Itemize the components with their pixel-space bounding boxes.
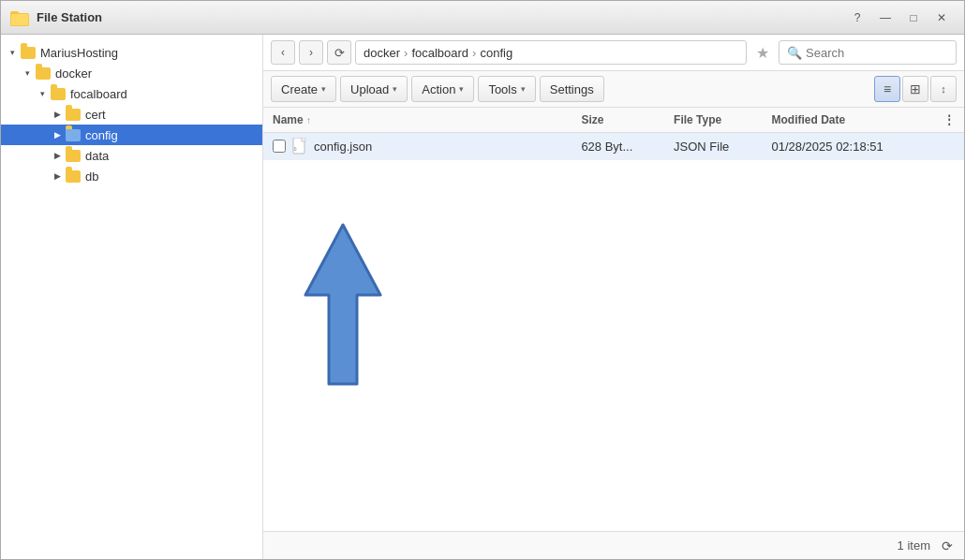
sidebar-label-data: data	[85, 149, 109, 163]
create-button[interactable]: Create ▾	[271, 76, 336, 102]
file-type-cell: JSON File	[664, 133, 762, 160]
favorite-button[interactable]: ★	[750, 40, 775, 65]
app-icon	[10, 8, 29, 27]
col-header-file-type: File Type	[664, 108, 762, 133]
file-size-cell: 628 Byt...	[572, 133, 664, 160]
statusbar-refresh-button[interactable]: ⟳	[938, 537, 957, 555]
titlebar: File Station ? — □ ✕	[1, 1, 964, 35]
svg-rect-5	[302, 138, 305, 141]
folder-icon-db	[65, 169, 82, 184]
action-caret: ▾	[459, 84, 464, 94]
sidebar-label-db: db	[85, 169, 98, 184]
tree-toggle-mariushosting: ▾	[5, 45, 20, 60]
refresh-nav-button[interactable]: ⟳	[327, 40, 351, 65]
sidebar-item-db[interactable]: ▶ db	[1, 166, 262, 186]
sidebar-item-mariushosting[interactable]: ▾ MariusHosting	[1, 42, 262, 63]
file-list: Name ↑ Size File Type Modified Date ⋮	[263, 108, 964, 531]
sidebar-label-cert: cert	[85, 108, 106, 122]
tree-toggle-cert: ▶	[50, 107, 65, 122]
col-header-name: Name ↑	[263, 108, 572, 133]
sidebar-item-cert[interactable]: ▶ cert	[1, 104, 262, 125]
help-button[interactable]: ?	[844, 7, 870, 28]
file-actions-cell	[934, 133, 964, 160]
col-header-actions: ⋮	[934, 108, 964, 133]
file-name-text: config.json	[314, 140, 372, 154]
back-button[interactable]: ‹	[271, 40, 295, 65]
tree-toggle-docker: ▾	[20, 66, 35, 81]
file-station-window: File Station ? — □ ✕ ▾ MariusHosting ▾	[0, 0, 965, 560]
svg-rect-2	[11, 14, 28, 25]
minimize-button[interactable]: —	[872, 7, 898, 28]
content-panel: ‹ › ⟳ docker › focalboard › config ★ 🔍	[263, 35, 964, 559]
search-box: 🔍	[779, 40, 957, 65]
file-checkbox[interactable]	[273, 140, 286, 153]
table-row[interactable]: {} config.json 628 Byt... JSON File 01/2…	[263, 133, 964, 160]
tree-toggle-db: ▶	[50, 169, 65, 184]
create-caret: ▾	[321, 84, 326, 94]
main-area: ▾ MariusHosting ▾ docker ▾ foca	[1, 35, 964, 559]
tree-toggle-focalboard: ▾	[35, 86, 50, 101]
breadcrumb-part-config: config	[480, 46, 512, 60]
upload-caret: ▾	[393, 84, 397, 94]
breadcrumb-sep-2: ›	[472, 46, 476, 60]
folder-icon-config	[65, 127, 82, 142]
window-title: File Station	[37, 10, 844, 24]
sidebar-label-docker: docker	[55, 66, 92, 81]
tools-caret: ▾	[521, 84, 526, 94]
restore-button[interactable]: □	[900, 7, 927, 28]
breadcrumb-toolbar: ‹ › ⟳ docker › focalboard › config ★ 🔍	[263, 35, 964, 71]
file-content-wrapper: Name ↑ Size File Type Modified Date ⋮	[263, 108, 964, 531]
view-toggle-button[interactable]: ⊞	[902, 76, 928, 102]
sidebar-label-mariushosting: MariusHosting	[40, 46, 118, 60]
folder-icon-cert	[65, 107, 82, 122]
forward-button[interactable]: ›	[299, 40, 323, 65]
file-date-cell: 01/28/2025 02:18:51	[762, 133, 934, 160]
tools-button[interactable]: Tools ▾	[478, 76, 535, 102]
titlebar-buttons: ? — □ ✕	[844, 7, 955, 28]
breadcrumb-part-docker: docker	[364, 46, 400, 60]
sidebar-item-config[interactable]: ▶ config	[1, 125, 262, 145]
folder-icon-docker	[35, 66, 52, 81]
list-view-button[interactable]: ≡	[874, 76, 900, 102]
folder-icon-mariushosting	[20, 45, 37, 60]
col-header-modified-date: Modified Date	[762, 108, 934, 133]
action-toolbar: Create ▾ Upload ▾ Action ▾ Tools ▾ Setti…	[263, 71, 964, 108]
sidebar: ▾ MariusHosting ▾ docker ▾ foca	[1, 35, 263, 559]
file-name-cell: {} config.json	[263, 133, 572, 160]
settings-button[interactable]: Settings	[540, 76, 604, 102]
search-icon: 🔍	[787, 46, 802, 60]
json-file-icon: {}	[291, 138, 308, 155]
folder-icon-focalboard	[50, 86, 67, 101]
tree-toggle-config: ▶	[50, 127, 65, 142]
view-toggle-icon: ⊞	[910, 81, 921, 96]
view-buttons: ≡ ⊞ ↕	[874, 76, 957, 102]
list-view-icon: ≡	[883, 81, 891, 96]
breadcrumb: docker › focalboard › config	[355, 40, 747, 65]
sidebar-item-focalboard[interactable]: ▾ focalboard	[1, 83, 262, 104]
item-count: 1 item	[898, 538, 930, 553]
sort-icon: ↕	[941, 83, 946, 95]
action-button[interactable]: Action ▾	[411, 76, 474, 102]
col-header-size: Size	[572, 108, 664, 133]
sidebar-label-focalboard: focalboard	[70, 87, 127, 101]
sort-button[interactable]: ↕	[930, 76, 957, 102]
breadcrumb-sep-1: ›	[404, 46, 408, 60]
tree-toggle-data: ▶	[50, 148, 65, 163]
upload-button[interactable]: Upload ▾	[340, 76, 408, 102]
folder-icon-data	[65, 148, 82, 163]
sidebar-item-docker[interactable]: ▾ docker	[1, 63, 262, 83]
search-input[interactable]	[806, 46, 948, 60]
sidebar-item-data[interactable]: ▶ data	[1, 145, 262, 166]
close-button[interactable]: ✕	[928, 7, 955, 28]
sidebar-label-config: config	[85, 128, 118, 142]
breadcrumb-part-focalboard: focalboard	[411, 46, 468, 60]
file-table: Name ↑ Size File Type Modified Date ⋮	[263, 108, 964, 160]
statusbar: 1 item ⟳	[263, 531, 964, 559]
